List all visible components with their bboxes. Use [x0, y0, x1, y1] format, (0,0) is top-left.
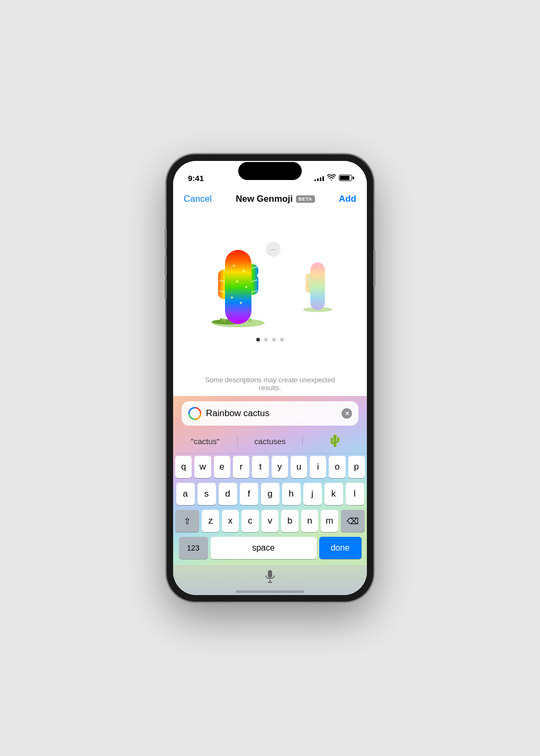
key-v[interactable]: v: [262, 510, 278, 532]
svg-point-17: [242, 270, 245, 272]
svg-point-18: [236, 281, 238, 283]
key-x[interactable]: x: [222, 510, 239, 532]
space-key[interactable]: space: [211, 537, 317, 559]
svg-rect-31: [268, 570, 272, 578]
key-m[interactable]: m: [321, 510, 338, 532]
status-time: 9:41: [188, 174, 204, 183]
phone-screen: 9:41: [173, 161, 367, 595]
keyboard: q w e r t y u i o p a s: [173, 454, 367, 565]
dynamic-island: [238, 162, 302, 180]
apple-intelligence-icon: [188, 407, 202, 420]
status-icons: [314, 174, 352, 182]
cancel-button[interactable]: Cancel: [184, 194, 212, 204]
key-z[interactable]: z: [202, 510, 219, 532]
emoji-display: ···: [173, 209, 367, 372]
microphone-icon[interactable]: [264, 569, 276, 587]
key-o[interactable]: o: [329, 456, 345, 478]
shift-key[interactable]: ⇧: [175, 510, 199, 532]
autocomplete-item-2[interactable]: cactuses: [238, 434, 302, 449]
key-h[interactable]: h: [282, 483, 301, 505]
clear-icon: ✕: [345, 410, 349, 417]
key-u[interactable]: u: [291, 456, 307, 478]
key-y[interactable]: y: [272, 456, 288, 478]
phone-device: 9:41: [167, 155, 373, 601]
svg-line-9: [219, 267, 225, 268]
keyboard-row-1: q w e r t y u i o p: [175, 456, 365, 478]
key-f[interactable]: f: [240, 483, 258, 505]
key-n[interactable]: n: [301, 510, 318, 532]
done-key[interactable]: done: [319, 537, 362, 559]
pagination-dots: [256, 338, 284, 341]
keyboard-row-3: ⇧ z x c v b n m ⌫: [175, 510, 365, 532]
search-container: Rainbow cactus ✕: [173, 396, 367, 429]
svg-point-19: [245, 286, 247, 288]
add-button[interactable]: Add: [339, 194, 356, 204]
key-w[interactable]: w: [194, 456, 211, 478]
svg-line-27: [325, 267, 329, 269]
key-l[interactable]: l: [346, 483, 364, 505]
svg-point-20: [231, 296, 233, 299]
warning-text: Some descriptions may create unexpected …: [173, 372, 367, 396]
svg-line-26: [307, 267, 310, 269]
home-indicator: [236, 590, 304, 593]
cactus-main-emoji[interactable]: ···: [193, 239, 283, 329]
emoji-carousel: ···: [173, 239, 367, 329]
svg-point-16: [233, 265, 235, 267]
svg-point-21: [240, 302, 242, 304]
search-input[interactable]: Rainbow cactus: [206, 408, 337, 419]
svg-line-10: [251, 258, 257, 260]
dot-1[interactable]: [256, 338, 260, 341]
keyboard-area: Rainbow cactus ✕ "cactus" cactuses 🌵: [173, 396, 367, 595]
dot-3[interactable]: [272, 338, 276, 341]
key-r[interactable]: r: [233, 456, 249, 478]
autocomplete-bar: "cactus" cactuses 🌵: [173, 429, 367, 454]
key-c[interactable]: c: [241, 510, 258, 532]
clear-button[interactable]: ✕: [341, 408, 352, 419]
dot-4[interactable]: [280, 338, 284, 341]
beta-badge: BETA: [296, 195, 315, 203]
key-i[interactable]: i: [310, 456, 326, 478]
svg-rect-7: [225, 250, 251, 324]
app-content: Cancel New Genmoji BETA Add ···: [173, 187, 367, 595]
key-t[interactable]: t: [252, 456, 268, 478]
key-j[interactable]: j: [303, 483, 322, 505]
svg-line-8: [220, 258, 225, 260]
key-b[interactable]: b: [281, 510, 298, 532]
key-k[interactable]: k: [325, 483, 343, 505]
svg-line-29: [325, 278, 329, 280]
signal-bars-icon: [314, 175, 324, 181]
cactus-secondary-emoji[interactable]: [289, 255, 347, 313]
autocomplete-item-1[interactable]: "cactus": [173, 434, 237, 449]
battery-icon: [339, 175, 352, 181]
wifi-icon: [327, 174, 336, 182]
key-q[interactable]: q: [175, 456, 192, 478]
autocomplete-item-3[interactable]: 🌵: [303, 431, 367, 451]
keyboard-row-2: a s d f g h j k l: [175, 483, 365, 505]
numbers-key[interactable]: 123: [179, 537, 208, 559]
key-g[interactable]: g: [261, 483, 280, 505]
ellipsis-icon: ···: [270, 246, 276, 253]
nav-bar: Cancel New Genmoji BETA Add: [173, 187, 367, 209]
dot-2[interactable]: [264, 338, 268, 341]
more-options-button[interactable]: ···: [266, 242, 281, 257]
search-input-wrapper: Rainbow cactus ✕: [182, 401, 358, 426]
svg-rect-25: [310, 262, 325, 310]
key-a[interactable]: a: [176, 483, 195, 505]
keyboard-row-4: 123 space done: [175, 537, 365, 559]
key-e[interactable]: e: [214, 456, 230, 478]
bottom-bar: [173, 565, 367, 595]
key-s[interactable]: s: [197, 483, 216, 505]
key-d[interactable]: d: [219, 483, 237, 505]
cactus-secondary-svg: [289, 255, 347, 313]
nav-title: New Genmoji: [236, 194, 293, 204]
delete-key[interactable]: ⌫: [341, 510, 365, 532]
key-p[interactable]: p: [348, 456, 365, 478]
nav-title-container: New Genmoji BETA: [236, 194, 315, 204]
